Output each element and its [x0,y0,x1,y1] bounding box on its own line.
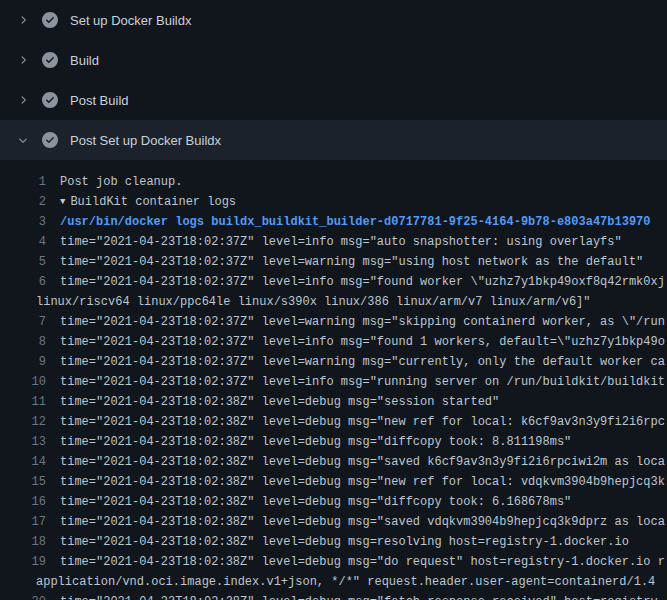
chevron-icon[interactable] [16,52,30,68]
line-text: linux/riscv64 linux/ppc64le linux/s390x … [36,292,591,312]
log-line: 16 time="2021-04-23T18:02:38Z" level=deb… [0,492,667,512]
log-line: 8 time="2021-04-23T18:02:37Z" level=info… [0,332,667,352]
group-expand-icon[interactable]: ▼ [60,192,65,212]
line-text: time="2021-04-23T18:02:38Z" level=debug … [60,592,658,600]
line-number[interactable]: 2 [0,192,46,212]
log-line: 1 Post job cleanup. [0,172,667,192]
step-header[interactable]: Build [0,40,667,80]
line-number[interactable]: 18 [0,532,46,552]
line-number[interactable]: 3 [0,212,46,232]
log-line: 17 time="2021-04-23T18:02:38Z" level=deb… [0,512,667,532]
line-text: BuildKit container logs [70,192,236,212]
log-line: 2 ▼ BuildKit container logs [0,192,667,212]
line-text: time="2021-04-23T18:02:38Z" level=debug … [60,432,571,452]
line-text: time="2021-04-23T18:02:37Z" level=warnin… [60,312,665,332]
log-line: 18 time="2021-04-23T18:02:38Z" level=deb… [0,532,667,552]
log-line: 11 time="2021-04-23T18:02:38Z" level=deb… [0,392,667,412]
line-text: time="2021-04-23T18:02:38Z" level=debug … [60,452,665,472]
line-text: time="2021-04-23T18:02:38Z" level=debug … [60,552,665,572]
line-text: time="2021-04-23T18:02:37Z" level=warnin… [60,252,643,272]
line-text: time="2021-04-23T18:02:38Z" level=debug … [60,512,665,532]
step-header[interactable]: Post Build [0,80,667,120]
log-line: 9 time="2021-04-23T18:02:37Z" level=warn… [0,352,667,372]
chevron-icon[interactable] [16,92,30,108]
log-line: 3 /usr/bin/docker logs buildx_buildkit_b… [0,212,667,232]
line-text: /usr/bin/docker logs buildx_buildkit_bui… [60,212,651,232]
line-number[interactable]: 8 [0,332,46,352]
line-number[interactable]: 13 [0,432,46,452]
line-number[interactable]: 19 [0,552,46,572]
line-text: time="2021-04-23T18:02:38Z" level=debug … [60,472,665,492]
log-line: 20 time="2021-04-23T18:02:38Z" level=deb… [0,592,667,600]
step-title: Build [70,53,99,68]
log-line: 7 time="2021-04-23T18:02:37Z" level=warn… [0,312,667,332]
line-text: time="2021-04-23T18:02:38Z" level=debug … [60,392,499,412]
line-number[interactable]: 7 [0,312,46,332]
line-number[interactable]: 15 [0,472,46,492]
line-text: Post job cleanup. [60,172,182,192]
log-line: 19 time="2021-04-23T18:02:38Z" level=deb… [0,552,667,572]
workflow-log-viewer: Set up Docker Buildx Build Post Build Po… [0,0,667,600]
line-text: time="2021-04-23T18:02:38Z" level=debug … [60,412,665,432]
log-line: 5 time="2021-04-23T18:02:37Z" level=warn… [0,252,667,272]
log-line: 13 time="2021-04-23T18:02:38Z" level=deb… [0,432,667,452]
step-header[interactable]: Post Set up Docker Buildx [0,120,667,160]
line-number[interactable]: 6 [0,272,46,292]
line-number[interactable]: 20 [0,592,46,600]
line-text: application/vnd.oci.image.index.v1+json,… [36,572,655,592]
log-area: 1 Post job cleanup. 2 ▼ BuildKit contain… [0,160,667,600]
line-text: time="2021-04-23T18:02:37Z" level=info m… [60,272,665,292]
line-text: time="2021-04-23T18:02:38Z" level=debug … [60,532,629,552]
line-number[interactable]: 11 [0,392,46,412]
log-line: application/vnd.oci.image.index.v1+json,… [0,572,667,592]
check-circle-icon [42,92,58,108]
check-circle-icon [42,12,58,28]
log-line: 15 time="2021-04-23T18:02:38Z" level=deb… [0,472,667,492]
step-header[interactable]: Set up Docker Buildx [0,0,667,40]
step-title: Set up Docker Buildx [70,13,191,28]
line-text: time="2021-04-23T18:02:37Z" level=info m… [60,372,665,392]
log-line: linux/riscv64 linux/ppc64le linux/s390x … [0,292,667,312]
line-text: time="2021-04-23T18:02:37Z" level=info m… [60,332,665,352]
log-line: 14 time="2021-04-23T18:02:38Z" level=deb… [0,452,667,472]
step-title: Post Set up Docker Buildx [70,133,221,148]
line-text: time="2021-04-23T18:02:37Z" level=warnin… [60,352,665,372]
line-number[interactable]: 10 [0,372,46,392]
step-title: Post Build [70,93,129,108]
log-line: 12 time="2021-04-23T18:02:38Z" level=deb… [0,412,667,432]
line-number[interactable]: 12 [0,412,46,432]
log-line: 10 time="2021-04-23T18:02:37Z" level=inf… [0,372,667,392]
line-number[interactable]: 9 [0,352,46,372]
log-line: 6 time="2021-04-23T18:02:37Z" level=info… [0,272,667,292]
check-circle-icon [42,52,58,68]
line-number[interactable]: 16 [0,492,46,512]
line-number[interactable]: 17 [0,512,46,532]
log-line: 4 time="2021-04-23T18:02:37Z" level=info… [0,232,667,252]
line-number[interactable]: 1 [0,172,46,192]
chevron-icon[interactable] [16,132,30,148]
step-list: Set up Docker Buildx Build Post Build Po… [0,0,667,160]
line-number[interactable]: 5 [0,252,46,272]
line-text: time="2021-04-23T18:02:38Z" level=debug … [60,492,571,512]
line-number[interactable]: 4 [0,232,46,252]
check-circle-icon [42,132,58,148]
chevron-icon[interactable] [16,12,30,28]
line-number[interactable]: 14 [0,452,46,472]
line-text: time="2021-04-23T18:02:37Z" level=info m… [60,232,622,252]
